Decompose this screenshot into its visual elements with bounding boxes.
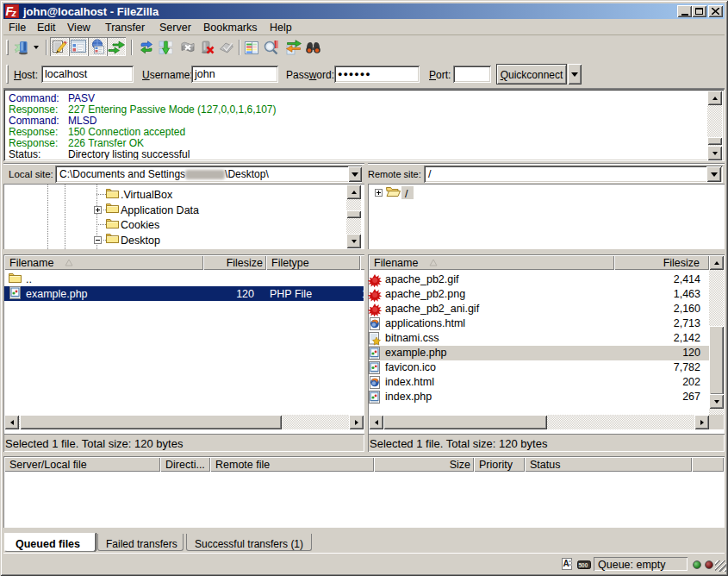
svg-text:A: A [563, 559, 569, 568]
svg-text:500: 500 [579, 562, 588, 568]
svg-text:z: z [11, 8, 17, 18]
